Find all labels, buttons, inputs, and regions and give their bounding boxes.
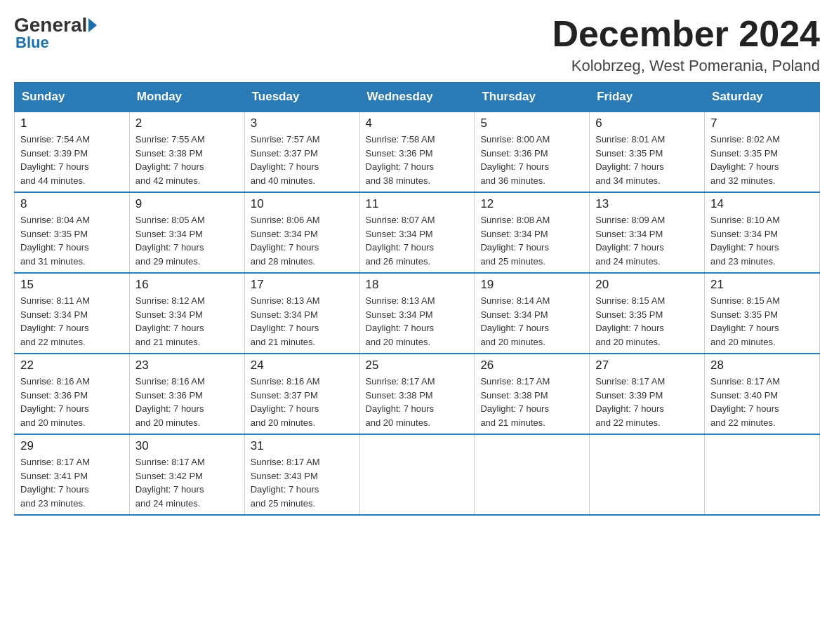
day-info: Sunrise: 8:17 AM Sunset: 3:43 PM Dayligh… [251, 455, 354, 510]
day-number: 24 [251, 358, 354, 373]
day-info: Sunrise: 8:13 AM Sunset: 3:34 PM Dayligh… [251, 294, 354, 349]
day-info: Sunrise: 8:17 AM Sunset: 3:38 PM Dayligh… [480, 375, 583, 429]
calendar-week-3: 15 Sunrise: 8:11 AM Sunset: 3:34 PM Dayl… [15, 273, 820, 354]
calendar-day: 6 Sunrise: 8:01 AM Sunset: 3:35 PM Dayli… [590, 112, 705, 192]
day-number: 11 [366, 197, 469, 211]
calendar-day: 30 Sunrise: 8:17 AM Sunset: 3:42 PM Dayl… [129, 434, 244, 515]
day-number: 9 [135, 197, 239, 211]
day-number: 3 [251, 116, 354, 130]
calendar-day [359, 434, 475, 515]
day-number: 5 [480, 116, 583, 130]
calendar-day: 26 Sunrise: 8:17 AM Sunset: 3:38 PM Dayl… [475, 354, 590, 434]
day-info: Sunrise: 8:07 AM Sunset: 3:34 PM Dayligh… [366, 213, 469, 268]
calendar-header-row: Sunday Monday Tuesday Wednesday Thursday… [15, 83, 820, 112]
day-info: Sunrise: 8:04 AM Sunset: 3:35 PM Dayligh… [20, 213, 124, 268]
day-number: 7 [710, 116, 814, 130]
day-number: 19 [480, 278, 583, 292]
title-section: December 2024 Kolobrzeg, West Pomerania,… [552, 14, 820, 75]
day-number: 20 [595, 278, 699, 292]
calendar-day: 7 Sunrise: 8:02 AM Sunset: 3:35 PM Dayli… [705, 112, 820, 192]
logo: General Blue [14, 14, 98, 52]
day-number: 4 [366, 116, 469, 130]
day-number: 21 [710, 278, 814, 292]
calendar-day: 1 Sunrise: 7:54 AM Sunset: 3:39 PM Dayli… [15, 112, 130, 192]
calendar-day: 11 Sunrise: 8:07 AM Sunset: 3:34 PM Dayl… [359, 192, 475, 273]
day-number: 25 [366, 358, 469, 373]
day-number: 13 [595, 197, 699, 211]
day-info: Sunrise: 7:58 AM Sunset: 3:36 PM Dayligh… [366, 133, 469, 187]
calendar-day: 12 Sunrise: 8:08 AM Sunset: 3:34 PM Dayl… [475, 192, 590, 273]
calendar-day: 28 Sunrise: 8:17 AM Sunset: 3:40 PM Dayl… [705, 354, 820, 434]
day-number: 30 [135, 439, 239, 453]
day-info: Sunrise: 8:14 AM Sunset: 3:34 PM Dayligh… [480, 294, 583, 349]
col-wednesday: Wednesday [359, 83, 475, 112]
day-info: Sunrise: 8:16 AM Sunset: 3:36 PM Dayligh… [135, 375, 239, 429]
calendar-day: 3 Sunrise: 7:57 AM Sunset: 3:37 PM Dayli… [244, 112, 359, 192]
calendar-day: 27 Sunrise: 8:17 AM Sunset: 3:39 PM Dayl… [590, 354, 705, 434]
calendar-day: 2 Sunrise: 7:55 AM Sunset: 3:38 PM Dayli… [129, 112, 244, 192]
calendar-day: 16 Sunrise: 8:12 AM Sunset: 3:34 PM Dayl… [129, 273, 244, 354]
day-number: 23 [135, 358, 239, 373]
day-info: Sunrise: 8:16 AM Sunset: 3:36 PM Dayligh… [20, 375, 124, 429]
day-info: Sunrise: 8:15 AM Sunset: 3:35 PM Dayligh… [710, 294, 814, 349]
day-info: Sunrise: 8:00 AM Sunset: 3:36 PM Dayligh… [480, 133, 583, 187]
day-number: 16 [135, 278, 239, 292]
day-number: 27 [595, 358, 699, 373]
page-header: General Blue December 2024 Kolobrzeg, We… [14, 14, 820, 75]
day-number: 26 [480, 358, 583, 373]
day-number: 6 [595, 116, 699, 130]
day-info: Sunrise: 8:17 AM Sunset: 3:40 PM Dayligh… [710, 375, 814, 429]
logo-arrow-icon [88, 18, 97, 32]
day-number: 15 [20, 278, 124, 292]
day-info: Sunrise: 8:17 AM Sunset: 3:38 PM Dayligh… [366, 375, 469, 429]
day-info: Sunrise: 8:16 AM Sunset: 3:37 PM Dayligh… [251, 375, 354, 429]
calendar-week-1: 1 Sunrise: 7:54 AM Sunset: 3:39 PM Dayli… [15, 112, 820, 192]
day-info: Sunrise: 8:02 AM Sunset: 3:35 PM Dayligh… [710, 133, 814, 187]
day-info: Sunrise: 8:17 AM Sunset: 3:39 PM Dayligh… [595, 375, 699, 429]
calendar-day: 15 Sunrise: 8:11 AM Sunset: 3:34 PM Dayl… [15, 273, 130, 354]
calendar-day: 20 Sunrise: 8:15 AM Sunset: 3:35 PM Dayl… [590, 273, 705, 354]
day-number: 18 [366, 278, 469, 292]
calendar-day [705, 434, 820, 515]
day-info: Sunrise: 7:57 AM Sunset: 3:37 PM Dayligh… [251, 133, 354, 187]
col-saturday: Saturday [705, 83, 820, 112]
day-number: 29 [20, 439, 124, 453]
day-number: 8 [20, 197, 124, 211]
calendar-day: 14 Sunrise: 8:10 AM Sunset: 3:34 PM Dayl… [705, 192, 820, 273]
calendar-day: 13 Sunrise: 8:09 AM Sunset: 3:34 PM Dayl… [590, 192, 705, 273]
calendar-table: Sunday Monday Tuesday Wednesday Thursday… [14, 82, 820, 516]
month-title: December 2024 [552, 14, 820, 54]
calendar-day: 31 Sunrise: 8:17 AM Sunset: 3:43 PM Dayl… [244, 434, 359, 515]
day-number: 31 [251, 439, 354, 453]
day-info: Sunrise: 8:17 AM Sunset: 3:42 PM Dayligh… [135, 455, 239, 510]
calendar-week-5: 29 Sunrise: 8:17 AM Sunset: 3:41 PM Dayl… [15, 434, 820, 515]
day-info: Sunrise: 8:09 AM Sunset: 3:34 PM Dayligh… [595, 213, 699, 268]
day-info: Sunrise: 8:11 AM Sunset: 3:34 PM Dayligh… [20, 294, 124, 349]
calendar-day: 8 Sunrise: 8:04 AM Sunset: 3:35 PM Dayli… [15, 192, 130, 273]
day-number: 2 [135, 116, 239, 130]
calendar-day: 21 Sunrise: 8:15 AM Sunset: 3:35 PM Dayl… [705, 273, 820, 354]
day-info: Sunrise: 8:10 AM Sunset: 3:34 PM Dayligh… [710, 213, 814, 268]
day-info: Sunrise: 8:12 AM Sunset: 3:34 PM Dayligh… [135, 294, 239, 349]
day-info: Sunrise: 8:15 AM Sunset: 3:35 PM Dayligh… [595, 294, 699, 349]
calendar-week-2: 8 Sunrise: 8:04 AM Sunset: 3:35 PM Dayli… [15, 192, 820, 273]
day-info: Sunrise: 8:13 AM Sunset: 3:34 PM Dayligh… [366, 294, 469, 349]
calendar-day: 25 Sunrise: 8:17 AM Sunset: 3:38 PM Dayl… [359, 354, 475, 434]
calendar-day [475, 434, 590, 515]
day-number: 10 [251, 197, 354, 211]
calendar-day: 17 Sunrise: 8:13 AM Sunset: 3:34 PM Dayl… [244, 273, 359, 354]
day-info: Sunrise: 7:55 AM Sunset: 3:38 PM Dayligh… [135, 133, 239, 187]
day-number: 28 [710, 358, 814, 373]
day-info: Sunrise: 8:01 AM Sunset: 3:35 PM Dayligh… [595, 133, 699, 187]
day-number: 17 [251, 278, 354, 292]
calendar-day: 18 Sunrise: 8:13 AM Sunset: 3:34 PM Dayl… [359, 273, 475, 354]
col-friday: Friday [590, 83, 705, 112]
calendar-day: 19 Sunrise: 8:14 AM Sunset: 3:34 PM Dayl… [475, 273, 590, 354]
calendar-week-4: 22 Sunrise: 8:16 AM Sunset: 3:36 PM Dayl… [15, 354, 820, 434]
calendar-day: 5 Sunrise: 8:00 AM Sunset: 3:36 PM Dayli… [475, 112, 590, 192]
day-number: 22 [20, 358, 124, 373]
calendar-day: 9 Sunrise: 8:05 AM Sunset: 3:34 PM Dayli… [129, 192, 244, 273]
logo-blue-text: Blue [15, 34, 49, 52]
col-tuesday: Tuesday [244, 83, 359, 112]
day-info: Sunrise: 8:06 AM Sunset: 3:34 PM Dayligh… [251, 213, 354, 268]
